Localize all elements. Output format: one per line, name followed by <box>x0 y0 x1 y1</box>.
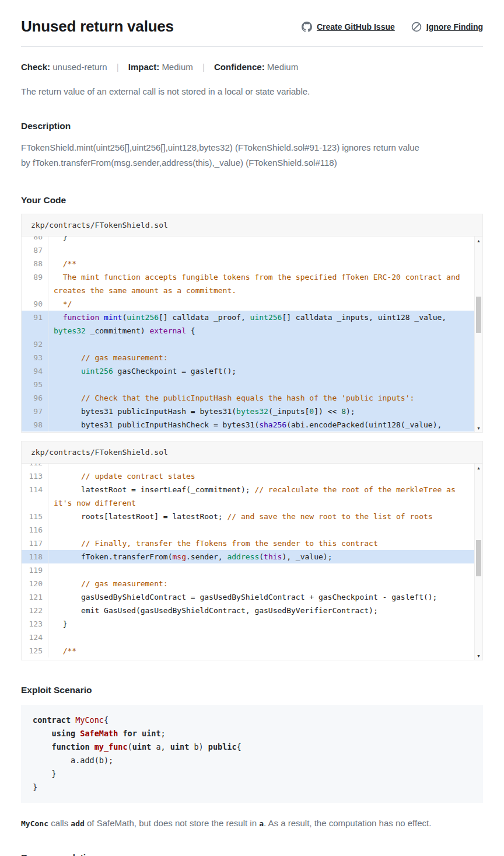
code-text: roots[latestRoot] = latestRoot; // and s… <box>48 510 474 523</box>
exploit-code-line: using SafeMath for uint; <box>33 727 471 740</box>
ignore-finding-button[interactable]: Ignore Finding <box>411 22 483 32</box>
ban-icon <box>411 22 422 32</box>
page-header: Unused return values Create GitHub Issue… <box>21 18 483 36</box>
code-text: latestRoot = insertLeaf(_commitment); //… <box>48 483 474 510</box>
code-text: // Finally, transfer the fTokens from th… <box>48 537 474 550</box>
code-line-88: 88 /** <box>22 257 474 270</box>
code-line-95: 95 <box>22 378 474 391</box>
line-number: 97 <box>22 405 48 418</box>
code-line-93: 93 // gas measurement: <box>22 351 474 364</box>
check-label: Check: <box>21 62 50 72</box>
impact-label: Impact: <box>128 62 159 72</box>
line-number: 98 <box>22 418 48 432</box>
code-text: } <box>48 236 474 243</box>
line-number: 87 <box>22 243 48 257</box>
code-line-98: 98 bytes31 publicInputHashCheck = bytes3… <box>22 418 474 432</box>
code-line-117: 117 // Finally, transfer the fTokens fro… <box>22 537 474 550</box>
line-number: 92 <box>22 337 48 351</box>
code-text: bytes31 publicInputHash = bytes31(bytes3… <box>48 405 474 418</box>
code-text: The mint function accepts fungible token… <box>48 270 474 297</box>
line-number: 94 <box>22 364 48 378</box>
note-text: of SafeMath, but does not store the resu… <box>85 818 259 828</box>
code-text: function mint(uint256[] calldata _proof,… <box>48 311 474 337</box>
code-scroll-area[interactable]: 112113 // update contract states114 late… <box>22 464 474 660</box>
exploit-code-line: contract MyConc{ <box>33 714 471 727</box>
line-number: 90 <box>22 297 48 311</box>
scrollbar[interactable]: ▲ ▼ <box>474 236 482 432</box>
code-line-86: 86 } <box>22 236 474 243</box>
create-github-issue-label: Create GitHub Issue <box>317 22 395 32</box>
code-text: // update contract states <box>48 469 474 483</box>
line-number: 91 <box>22 311 48 337</box>
line-number: 124 <box>22 631 48 644</box>
code-scroll-area[interactable]: 86 }8788 /**89 The mint function accepts… <box>22 236 474 432</box>
scroll-up-arrow-icon[interactable]: ▲ <box>475 236 482 245</box>
impact-value: Medium <box>162 62 192 72</box>
code-line-122: 122 emit GasUsed(gasUsedByShieldContract… <box>22 604 474 617</box>
code-line-89: 89 The mint function accepts fungible to… <box>22 270 474 297</box>
recommendation-heading: Recommendation <box>21 852 483 856</box>
code-line-114: 114 latestRoot = insertLeaf(_commitment)… <box>22 483 474 510</box>
header-actions: Create GitHub Issue Ignore Finding <box>302 22 483 32</box>
page-title: Unused return values <box>21 18 302 36</box>
line-number: 95 <box>22 378 48 391</box>
line-number: 113 <box>22 469 48 483</box>
create-github-issue-button[interactable]: Create GitHub Issue <box>302 22 395 32</box>
code-line-120: 120 // gas measurement: <box>22 577 474 590</box>
meta-separator: | <box>117 62 119 72</box>
line-number: 118 <box>22 550 48 563</box>
line-number: 96 <box>22 391 48 405</box>
scroll-down-arrow-icon[interactable]: ▼ <box>475 652 482 660</box>
code-filename: zkp/contracts/FTokenShield.sol <box>22 441 482 464</box>
confidence-value: Medium <box>267 62 298 72</box>
code-text <box>48 337 474 351</box>
check-value: unused-return <box>52 62 107 72</box>
scrollbar-thumb[interactable] <box>476 540 481 576</box>
code-line-90: 90 */ <box>22 297 474 311</box>
scroll-down-arrow-icon[interactable]: ▼ <box>475 424 482 432</box>
scroll-up-arrow-icon[interactable]: ▲ <box>475 464 482 472</box>
code-text <box>48 243 474 257</box>
code-line-94: 94 uint256 gasCheckpoint = gasleft(); <box>22 364 474 378</box>
line-number: 120 <box>22 577 48 590</box>
description-text: FTokenShield.mint(uint256[],uint256[],ui… <box>21 140 429 170</box>
code-line-121: 121 gasUsedByShieldContract = gasUsedByS… <box>22 590 474 604</box>
exploit-note: MyConc calls add of SafeMath, but does n… <box>21 818 483 828</box>
code-line-112: 112 <box>22 464 474 469</box>
finding-report-page: Unused return values Create GitHub Issue… <box>0 18 504 856</box>
line-number: 125 <box>22 644 48 657</box>
your-code-heading: Your Code <box>21 195 483 206</box>
meta-separator: | <box>202 62 205 72</box>
exploit-code-block: contract MyConc{ using SafeMath for uint… <box>21 705 483 803</box>
line-number: 93 <box>22 351 48 364</box>
exploit-code-line: function my_func(uint a, uint b) public{ <box>33 740 471 754</box>
github-icon <box>302 22 312 32</box>
scrollbar-track[interactable] <box>475 245 482 424</box>
scrollbar-thumb[interactable] <box>476 297 481 333</box>
code-text <box>48 563 474 577</box>
code-text: /** <box>48 644 474 657</box>
line-number: 115 <box>22 510 48 523</box>
code-line-118: 118 fToken.transferFrom(msg.sender, addr… <box>22 550 474 563</box>
code-text: // Check that the publicInputHash equals… <box>48 391 474 405</box>
line-number: 114 <box>22 483 48 510</box>
scrollbar[interactable]: ▲ ▼ <box>474 464 482 660</box>
code-line-115: 115 roots[latestRoot] = latestRoot; // a… <box>22 510 474 523</box>
code-line-92: 92 <box>22 337 474 351</box>
finding-summary: The return value of an external call is … <box>21 86 483 96</box>
code-text: */ <box>48 297 474 311</box>
line-number: 86 <box>22 236 48 243</box>
scrollbar-track[interactable] <box>475 472 482 652</box>
code-text <box>48 464 474 469</box>
line-number: 116 <box>22 523 48 537</box>
ignore-finding-label: Ignore Finding <box>426 22 483 32</box>
exploit-code-line: a.add(b); <box>33 754 471 767</box>
code-text: bytes31 publicInputHashCheck = bytes31(s… <box>48 418 474 432</box>
description-heading: Description <box>21 121 483 131</box>
line-number: 117 <box>22 537 48 550</box>
exploit-code-line: } <box>33 767 471 781</box>
exploit-scenario-heading: Exploit Scenario <box>21 685 483 695</box>
code-text <box>48 523 474 537</box>
line-number: 121 <box>22 590 48 604</box>
code-text: gasUsedByShieldContract = gasUsedByShiel… <box>48 590 474 604</box>
